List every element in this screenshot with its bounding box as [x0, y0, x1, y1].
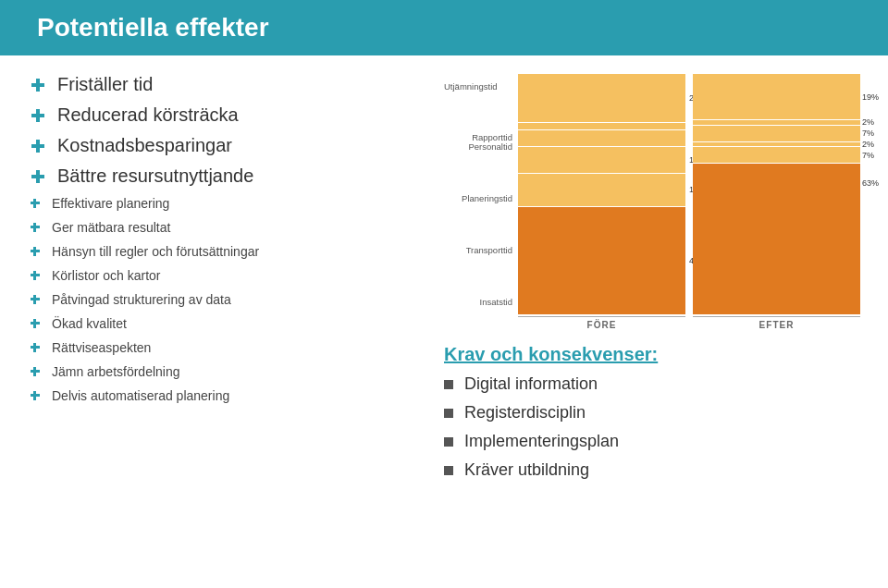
list-item: Körlistor och kartor [28, 268, 426, 283]
pct-personal-after: 7% [862, 129, 874, 138]
krav-label: Kräver utbildning [464, 460, 589, 480]
list-label-small: Påtvingad strukturering av data [52, 292, 231, 307]
pct-planering2-after: 2% [862, 140, 874, 149]
chart-axis-labels: FÖRE EFTER [444, 320, 860, 330]
pct-rapport-after: 2% [862, 117, 874, 127]
list-item: Ger mätbara resultat [28, 220, 426, 235]
list-label-small: Körlistor och kartor [52, 268, 160, 283]
axis-after-label: EFTER [693, 320, 860, 330]
seg-utjamning-before: 20% [518, 74, 685, 122]
plus-icon [28, 105, 48, 126]
list-label-small: Effektivare planering [52, 196, 169, 211]
plus-icon-sm [28, 220, 43, 235]
plus-icon-sm [28, 244, 43, 259]
pct-utjamning-after: 19% [862, 92, 879, 102]
krav-label: Implementeringsplan [464, 432, 619, 451]
row-label-planering: Planeringstid [444, 193, 512, 203]
square-bullet [444, 380, 453, 389]
list-item: Ökad kvalitet [28, 316, 426, 331]
list-label: Bättre resursutnyttjande [57, 165, 253, 187]
krav-label: Registerdisciplin [464, 403, 586, 423]
list-item: Kostnadsbesparingar [28, 135, 426, 156]
krav-title: Krav och konsekvenser: [444, 344, 860, 365]
list-item: Effektivare planering [28, 196, 426, 211]
square-bullet [444, 466, 453, 475]
page-title: Potentiella effekter [37, 13, 269, 43]
chart-area: Utjämningstid Rapporttid Personaltid Pla… [444, 74, 860, 330]
list-item: Jämn arbetsfördelning [28, 364, 426, 379]
krav-label: Digital information [464, 374, 598, 394]
seg-planering3-after: 7% [693, 146, 860, 163]
plus-icon-sm [28, 340, 43, 355]
chart-bars: 20% 3% 7% 11% [518, 74, 860, 314]
seg-rapport-before: 3% [518, 122, 685, 129]
row-label-insatsstid: Insatstid [480, 297, 512, 311]
axis-before-label: FÖRE [518, 320, 685, 330]
row-label-transport: Transporttid [444, 245, 512, 255]
row-label-rapport: Rapporttid Personaltid [444, 133, 512, 153]
plus-icon-sm [28, 196, 43, 211]
list-label-small: Delvis automatiserad planering [52, 388, 229, 403]
row-label-utjamning: Utjämningstid [444, 78, 498, 92]
plus-icon [28, 75, 48, 95]
krav-item: Registerdisciplin [444, 403, 860, 423]
personal-label: Personaltid [468, 142, 512, 152]
list-label: Friställer tid [57, 74, 153, 95]
seg-utjamning-after: 19% [693, 74, 860, 119]
seg-personal-before: 7% [518, 129, 685, 146]
list-item: Rättviseaspekten [28, 340, 426, 355]
seg-insatsstid-after: 63% [693, 163, 860, 314]
after-bar-col: 19% 2% 7% 2% [693, 74, 860, 314]
list-item: Delvis automatiserad planering [28, 388, 426, 403]
list-item: Reducerad körsträcka [28, 104, 426, 126]
main-content: Friställer tid Reducerad körsträcka Kost… [0, 55, 888, 588]
plus-icon-sm [28, 268, 43, 283]
plus-icon [28, 136, 48, 156]
chart-axis-row [444, 316, 860, 317]
plus-icon-sm [28, 364, 43, 379]
plus-icon-sm [28, 316, 43, 331]
chart-row-labels: Utjämningstid Rapporttid Personaltid Pla… [444, 74, 518, 314]
list-item: Hänsyn till regler och förutsättningar [28, 244, 426, 259]
krav-item: Implementeringsplan [444, 432, 860, 451]
pct-planering3-after: 7% [862, 151, 874, 160]
list-label-small: Jämn arbetsfördelning [52, 364, 180, 379]
square-bullet [444, 409, 453, 418]
krav-item: Digital information [444, 374, 860, 394]
list-label-small: Hänsyn till regler och förutsättningar [52, 244, 259, 259]
krav-section: Krav och konsekvenser: Digital informati… [444, 339, 860, 489]
list-label: Kostnadsbesparingar [57, 135, 232, 156]
list-label-small: Ger mätbara resultat [52, 220, 170, 235]
square-bullet [444, 437, 453, 447]
krav-item: Kräver utbildning [444, 460, 860, 480]
header-bar: Potentiella effekter [0, 0, 888, 55]
left-column: Friställer tid Reducerad körsträcka Kost… [28, 74, 444, 579]
seg-planering-before: 11% [518, 146, 685, 173]
pct-insatsstid-after: 63% [862, 178, 879, 188]
list-item: Bättre resursutnyttjande [28, 165, 426, 187]
list-label-small: Ökad kvalitet [52, 316, 127, 331]
plus-icon [28, 166, 48, 187]
seg-personal-after: 7% [693, 125, 860, 141]
list-label-small: Rättviseaspekten [52, 340, 151, 355]
seg-transport-before: 14% [518, 173, 685, 206]
before-bar-col: 20% 3% 7% 11% [518, 74, 685, 314]
list-label: Reducerad körsträcka [57, 104, 239, 126]
plus-icon-sm [28, 388, 43, 403]
right-column: Utjämningstid Rapporttid Personaltid Pla… [444, 74, 860, 579]
list-item: Påtvingad strukturering av data [28, 292, 426, 307]
list-item: Friställer tid [28, 74, 426, 95]
plus-icon-sm [28, 292, 43, 307]
seg-insatsstid-before: 45% [518, 206, 685, 314]
